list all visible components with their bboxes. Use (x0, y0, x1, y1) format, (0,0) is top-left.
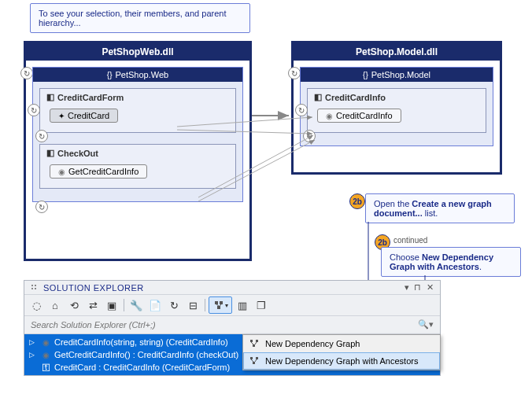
graph-icon (248, 355, 260, 367)
window-button[interactable]: ❐ (253, 296, 270, 314)
pin-icon[interactable]: ⊓ (414, 282, 422, 293)
method-icon (58, 167, 65, 176)
svg-line-17 (251, 342, 253, 344)
view-button[interactable]: ▥ (234, 296, 251, 314)
close-icon[interactable]: ✕ (427, 282, 434, 293)
dll-box-right[interactable]: PetShop.Model.dll PetShop.Model CreditCa… (291, 41, 502, 175)
class-icon (46, 92, 54, 102)
panel-title: SOLUTION EXPLORER (43, 283, 144, 293)
namespace-header-left: PetShop.Web (33, 68, 242, 82)
svg-line-23 (255, 359, 257, 362)
menu-item-new-graph-ancestors[interactable]: New Dependency Graph with Ancestors (243, 352, 440, 370)
search-icon: 🔍▾ (418, 319, 434, 330)
svg-rect-11 (217, 306, 220, 309)
svg-line-18 (255, 342, 257, 344)
method-icon (42, 337, 50, 347)
svg-point-6 (35, 285, 36, 286)
refresh-icon (35, 130, 48, 142)
refresh-button[interactable]: ↻ (165, 296, 183, 314)
method-icon (42, 350, 50, 359)
svg-line-12 (216, 304, 219, 306)
dll-box-left[interactable]: PetShopWeb.dll PetShop.Web CreditCardFor… (24, 41, 252, 261)
dropdown-icon[interactable]: ▾ (405, 282, 410, 293)
home-button[interactable]: ⌂ (46, 296, 64, 314)
back-button[interactable]: ◌ (28, 296, 45, 314)
svg-point-7 (31, 288, 33, 289)
refresh-icon (295, 104, 308, 116)
property-icon (58, 111, 65, 120)
sync-button[interactable]: ⟲ (65, 296, 83, 314)
class-box-creditcardform[interactable]: CreditCardForm CreditCard (39, 88, 236, 133)
collapse-button[interactable]: ⊟ (184, 296, 201, 314)
namespace-box-left[interactable]: PetShop.Web CreditCardForm CreditCard Ch… (32, 67, 243, 202)
panel-title-bar: SOLUTION EXPLORER ▾ ⊓ ✕ (24, 281, 440, 294)
refresh-icon (28, 104, 40, 116)
svg-rect-15 (256, 340, 258, 342)
properties-button[interactable]: 🔧 (127, 296, 145, 314)
step-badge-2b: 2b (349, 193, 365, 209)
refresh-icon (303, 130, 316, 142)
class-box-checkout[interactable]: CheckOut GetCreditCardInfo (39, 144, 236, 189)
callout-top-text: To see your selection, their members, an… (39, 9, 226, 28)
method-icon (326, 111, 333, 120)
continued-label: continued (393, 236, 427, 245)
search-input[interactable] (29, 319, 435, 331)
menu-item-new-graph[interactable]: New Dependency Graph (243, 335, 440, 352)
braces-icon (107, 70, 113, 79)
toolbar: ◌ ⌂ ⟲ ⇄ ▣ 🔧 📄 ↻ ⊟ ▾ ▥ ❐ (24, 294, 440, 316)
namespace-header-right: PetShop.Model (301, 68, 493, 82)
context-menu[interactable]: New Dependency Graph New Dependency Grap… (242, 334, 441, 370)
dependency-diagram: PetShopWeb.dll PetShop.Web CreditCardFor… (24, 41, 512, 261)
member-getcreditcardinfo[interactable]: GetCreditCardInfo (50, 164, 147, 179)
new-graph-dropdown[interactable]: ▾ (209, 296, 232, 314)
dll-header-left: PetShopWeb.dll (26, 43, 249, 61)
svg-line-13 (220, 304, 221, 306)
search-box[interactable]: 🔍▾ (24, 316, 440, 334)
class-header: CreditCardForm (40, 89, 235, 105)
svg-rect-14 (250, 340, 253, 342)
dll-header-right: PetShop.Model.dll (294, 43, 500, 61)
class-header: CheckOut (40, 145, 235, 161)
namespace-box-right[interactable]: PetShop.Model CreditCardInfo CreditCardI… (300, 67, 493, 146)
svg-rect-20 (256, 357, 258, 359)
svg-point-5 (31, 285, 33, 286)
refresh-icon (35, 201, 48, 213)
braces-icon (363, 70, 368, 79)
class-icon (46, 148, 54, 158)
callout-open-list: Open the Create a new graph document... … (365, 193, 515, 223)
property-icon (42, 363, 50, 372)
filter-button[interactable]: ⇄ (84, 296, 102, 314)
class-icon (314, 92, 322, 102)
class-box-creditcardinfo[interactable]: CreditCardInfo CreditCardInfo (307, 88, 486, 133)
svg-rect-16 (253, 344, 255, 347)
svg-point-8 (35, 288, 36, 289)
svg-line-22 (251, 359, 253, 362)
callout-top: To see your selection, their members, an… (30, 3, 250, 33)
show-all-button[interactable]: 📄 (146, 296, 164, 314)
class-header: CreditCardInfo (308, 89, 486, 105)
graph-icon (248, 337, 260, 350)
svg-rect-21 (253, 362, 255, 364)
member-creditcardinfo[interactable]: CreditCardInfo (317, 109, 401, 123)
svg-rect-10 (220, 301, 223, 304)
callout-choose-ancestors: Choose New Dependency Graph with Ancesto… (381, 247, 521, 277)
svg-rect-19 (250, 357, 253, 359)
scope-button[interactable]: ▣ (103, 296, 120, 314)
svg-rect-9 (215, 301, 218, 304)
member-creditcard[interactable]: CreditCard (50, 109, 118, 123)
